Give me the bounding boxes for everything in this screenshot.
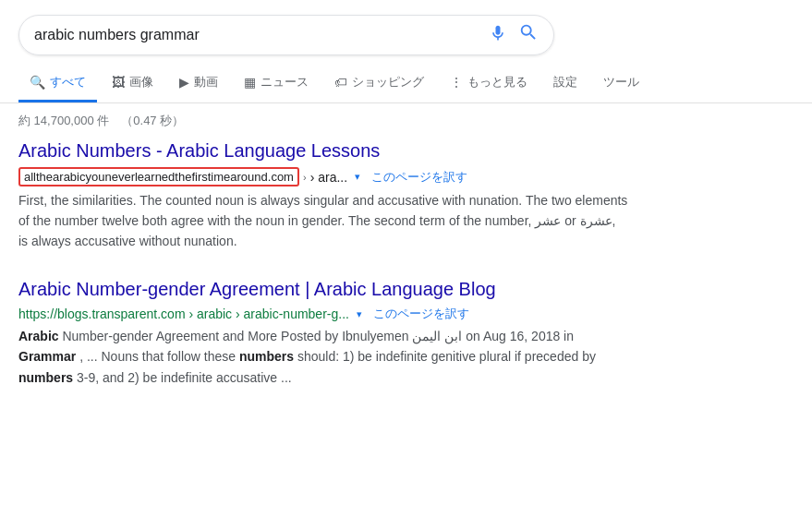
translate-arrow-2: ▾ [357, 308, 362, 320]
translate-link-1[interactable]: このページを訳す [371, 169, 467, 186]
more-tab-icon: ⋮ [450, 75, 463, 90]
result-snippet-2: Arabic Number-gender Agreement and More … [18, 326, 628, 387]
results-container: Arabic Numbers - Arabic Language Lessons… [0, 138, 647, 388]
result-item-2: Arabic Number-gender Agreement | Arabic … [18, 277, 628, 387]
tab-more[interactable]: ⋮ もっと見る [439, 65, 539, 102]
news-tab-icon: ▦ [244, 75, 256, 90]
video-tab-icon: ▶ [179, 75, 189, 90]
snippet2-text1: Number-gender Agreement and More Posted … [62, 329, 574, 343]
snippet2-arabic-bold: Arabic [18, 329, 59, 343]
result-url-2[interactable]: https://blogs.transparent.com › arabic ›… [18, 307, 349, 321]
search-bar[interactable] [18, 15, 554, 55]
snippet2-numbers-bold1: numbers [239, 349, 294, 364]
images-tab-icon: 🖼 [112, 75, 125, 90]
search-input[interactable] [34, 27, 489, 43]
result-url-1: allthearabicyouneverlearnedthefirstimear… [18, 167, 347, 186]
search-bar-container [0, 0, 812, 65]
tab-settings-label: 設定 [553, 74, 577, 90]
tab-all-label: すべて [50, 74, 86, 90]
result-url-sub-1: › ara... [310, 170, 347, 185]
tab-tools-label: ツール [603, 74, 639, 90]
result-url-line-1: allthearabicyouneverlearnedthefirstimear… [18, 167, 628, 186]
result-item-1: Arabic Numbers - Arabic Language Lessons… [18, 138, 628, 251]
snippet2-numbers-bold2: numbers [18, 370, 73, 385]
tab-video[interactable]: ▶ 動画 [168, 65, 229, 102]
snippet2-text2: , ... Nouns that follow these [79, 349, 239, 364]
tab-images-label: 画像 [129, 74, 153, 90]
search-icons [489, 22, 539, 48]
result-title-2[interactable]: Arabic Number-gender Agreement | Arabic … [18, 277, 628, 301]
tab-tools[interactable]: ツール [592, 65, 650, 102]
translate-arrow-1: ▾ [355, 171, 360, 183]
shopping-tab-icon: 🏷 [334, 75, 347, 90]
result-snippet-1: First, the similarities. The counted nou… [18, 190, 628, 251]
search-tab-icon: 🔍 [30, 75, 45, 90]
translate-link-2[interactable]: このページを訳す [373, 306, 469, 322]
microphone-icon[interactable] [489, 24, 507, 47]
snippet2-text3: should: 1) be indefinite genitive plural… [297, 349, 596, 364]
result-url-arrow-1: › [303, 172, 307, 183]
search-button-icon[interactable] [518, 22, 539, 48]
tab-images[interactable]: 🖼 画像 [101, 65, 164, 102]
result-title-1[interactable]: Arabic Numbers - Arabic Language Lessons [18, 138, 628, 162]
result-url-line-2: https://blogs.transparent.com › arabic ›… [18, 306, 628, 322]
nav-tabs: 🔍 すべて 🖼 画像 ▶ 動画 ▦ ニュース 🏷 ショッピング ⋮ もっと見る … [0, 65, 812, 103]
tab-settings[interactable]: 設定 [542, 65, 588, 102]
tab-more-label: もっと見る [467, 74, 527, 90]
tab-news-label: ニュース [261, 74, 309, 90]
results-count: 約 14,700,000 件 （0.47 秒） [0, 103, 812, 138]
tab-shopping[interactable]: 🏷 ショッピング [323, 65, 435, 102]
tab-all[interactable]: 🔍 すべて [18, 65, 97, 102]
tab-video-label: 動画 [194, 74, 218, 90]
result-url-boxed-1[interactable]: allthearabicyouneverlearnedthefirstimear… [18, 167, 299, 186]
snippet2-grammar-bold: Grammar [18, 349, 76, 364]
tab-news[interactable]: ▦ ニュース [233, 65, 320, 102]
snippet2-text4: 3-9, and 2) be indefinite accusative ... [77, 370, 292, 385]
tab-shopping-label: ショッピング [352, 74, 424, 90]
